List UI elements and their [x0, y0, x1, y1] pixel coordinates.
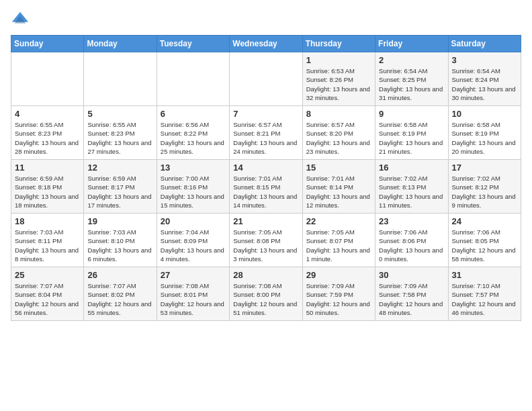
calendar-cell: 29Sunrise: 7:09 AM Sunset: 7:59 PM Dayli…: [302, 267, 375, 321]
day-info: Sunrise: 6:54 AM Sunset: 8:25 PM Dayligh…: [379, 66, 444, 102]
day-info: Sunrise: 7:03 AM Sunset: 8:10 PM Dayligh…: [87, 228, 152, 263]
calendar-cell: 14Sunrise: 7:01 AM Sunset: 8:15 PM Dayli…: [230, 160, 302, 214]
weekday-header-wednesday: Wednesday: [230, 36, 302, 52]
day-number: 7: [233, 109, 298, 119]
day-info: Sunrise: 6:57 AM Sunset: 8:21 PM Dayligh…: [233, 120, 298, 156]
day-number: 16: [379, 163, 444, 173]
day-info: Sunrise: 7:05 AM Sunset: 8:07 PM Dayligh…: [306, 228, 371, 263]
day-info: Sunrise: 7:03 AM Sunset: 8:11 PM Dayligh…: [15, 228, 80, 263]
calendar-cell: 27Sunrise: 7:08 AM Sunset: 8:01 PM Dayli…: [157, 267, 229, 321]
day-info: Sunrise: 6:59 AM Sunset: 8:17 PM Dayligh…: [87, 174, 152, 210]
day-number: 28: [233, 270, 298, 280]
calendar-cell: 12Sunrise: 6:59 AM Sunset: 8:17 PM Dayli…: [84, 160, 157, 214]
calendar-cell: 13Sunrise: 7:00 AM Sunset: 8:16 PM Dayli…: [157, 160, 229, 214]
calendar-cell: 25Sunrise: 7:07 AM Sunset: 8:04 PM Dayli…: [11, 267, 84, 321]
calendar-table: SundayMondayTuesdayWednesdayThursdayFrid…: [11, 35, 521, 321]
calendar-cell: 8Sunrise: 6:57 AM Sunset: 8:20 PM Daylig…: [302, 106, 375, 160]
calendar-cell: 18Sunrise: 7:03 AM Sunset: 8:11 PM Dayli…: [11, 214, 84, 267]
calendar-cell: [230, 52, 302, 106]
calendar-cell: 24Sunrise: 7:06 AM Sunset: 8:05 PM Dayli…: [448, 214, 521, 267]
day-info: Sunrise: 6:54 AM Sunset: 8:24 PM Dayligh…: [452, 66, 517, 102]
calendar-cell: 30Sunrise: 7:09 AM Sunset: 7:58 PM Dayli…: [375, 267, 448, 321]
day-info: Sunrise: 7:09 AM Sunset: 7:58 PM Dayligh…: [379, 281, 444, 317]
calendar-cell: [157, 52, 229, 106]
day-info: Sunrise: 7:00 AM Sunset: 8:16 PM Dayligh…: [161, 174, 226, 210]
calendar-cell: [11, 52, 84, 106]
day-number: 14: [233, 163, 298, 173]
day-info: Sunrise: 6:59 AM Sunset: 8:18 PM Dayligh…: [15, 174, 80, 210]
day-number: 12: [87, 163, 152, 173]
weekday-header-saturday: Saturday: [448, 36, 521, 52]
day-number: 1: [306, 55, 371, 65]
calendar-cell: 17Sunrise: 7:02 AM Sunset: 8:12 PM Dayli…: [448, 160, 521, 214]
day-number: 27: [161, 270, 226, 280]
day-number: 19: [87, 216, 152, 226]
calendar-cell: 1Sunrise: 6:53 AM Sunset: 8:26 PM Daylig…: [302, 52, 375, 106]
day-number: 10: [452, 109, 517, 119]
calendar-cell: 21Sunrise: 7:05 AM Sunset: 8:08 PM Dayli…: [230, 214, 302, 267]
calendar-cell: 31Sunrise: 7:10 AM Sunset: 7:57 PM Dayli…: [448, 267, 521, 321]
calendar-cell: 28Sunrise: 7:08 AM Sunset: 8:00 PM Dayli…: [230, 267, 302, 321]
day-number: 9: [379, 109, 444, 119]
weekday-header-friday: Friday: [375, 36, 448, 52]
day-info: Sunrise: 6:53 AM Sunset: 8:26 PM Dayligh…: [306, 66, 371, 102]
calendar-cell: 15Sunrise: 7:01 AM Sunset: 8:14 PM Dayli…: [302, 160, 375, 214]
day-number: 24: [452, 216, 517, 226]
calendar-week-3: 11Sunrise: 6:59 AM Sunset: 8:18 PM Dayli…: [11, 160, 521, 214]
calendar-cell: 23Sunrise: 7:06 AM Sunset: 8:06 PM Dayli…: [375, 214, 448, 267]
weekday-header-row: SundayMondayTuesdayWednesdayThursdayFrid…: [11, 36, 521, 52]
day-number: 30: [379, 270, 444, 280]
calendar-week-1: 1Sunrise: 6:53 AM Sunset: 8:26 PM Daylig…: [11, 52, 521, 106]
day-info: Sunrise: 7:05 AM Sunset: 8:08 PM Dayligh…: [233, 228, 298, 263]
weekday-header-sunday: Sunday: [11, 36, 84, 52]
day-number: 29: [306, 270, 371, 280]
page-header: [11, 11, 521, 30]
calendar-cell: 6Sunrise: 6:56 AM Sunset: 8:22 PM Daylig…: [157, 106, 229, 160]
day-info: Sunrise: 6:56 AM Sunset: 8:22 PM Dayligh…: [161, 120, 226, 156]
calendar-cell: 10Sunrise: 6:58 AM Sunset: 8:19 PM Dayli…: [448, 106, 521, 160]
logo: [11, 11, 32, 30]
day-number: 31: [452, 270, 517, 280]
day-info: Sunrise: 7:08 AM Sunset: 8:00 PM Dayligh…: [233, 281, 298, 317]
day-number: 6: [161, 109, 226, 119]
day-info: Sunrise: 7:01 AM Sunset: 8:15 PM Dayligh…: [233, 174, 298, 210]
calendar-cell: 4Sunrise: 6:55 AM Sunset: 8:23 PM Daylig…: [11, 106, 84, 160]
calendar-cell: 7Sunrise: 6:57 AM Sunset: 8:21 PM Daylig…: [230, 106, 302, 160]
calendar-cell: [84, 52, 157, 106]
day-number: 25: [15, 270, 80, 280]
calendar-cell: 2Sunrise: 6:54 AM Sunset: 8:25 PM Daylig…: [375, 52, 448, 106]
day-info: Sunrise: 7:10 AM Sunset: 7:57 PM Dayligh…: [452, 281, 517, 317]
day-number: 13: [161, 163, 226, 173]
day-number: 20: [161, 216, 226, 226]
day-number: 2: [379, 55, 444, 65]
day-info: Sunrise: 7:07 AM Sunset: 8:04 PM Dayligh…: [15, 281, 80, 317]
day-number: 18: [15, 216, 80, 226]
logo-icon: [11, 11, 30, 30]
calendar-week-5: 25Sunrise: 7:07 AM Sunset: 8:04 PM Dayli…: [11, 267, 521, 321]
day-info: Sunrise: 7:02 AM Sunset: 8:13 PM Dayligh…: [379, 174, 444, 210]
day-number: 26: [87, 270, 152, 280]
day-info: Sunrise: 7:09 AM Sunset: 7:59 PM Dayligh…: [306, 281, 371, 317]
day-info: Sunrise: 6:57 AM Sunset: 8:20 PM Dayligh…: [306, 120, 371, 156]
calendar-cell: 5Sunrise: 6:55 AM Sunset: 8:23 PM Daylig…: [84, 106, 157, 160]
weekday-header-monday: Monday: [84, 36, 157, 52]
calendar-cell: 20Sunrise: 7:04 AM Sunset: 8:09 PM Dayli…: [157, 214, 229, 267]
day-number: 15: [306, 163, 371, 173]
day-number: 23: [379, 216, 444, 226]
day-number: 4: [15, 109, 80, 119]
day-info: Sunrise: 7:06 AM Sunset: 8:06 PM Dayligh…: [379, 228, 444, 263]
day-info: Sunrise: 7:04 AM Sunset: 8:09 PM Dayligh…: [161, 228, 226, 263]
calendar-cell: 26Sunrise: 7:07 AM Sunset: 8:02 PM Dayli…: [84, 267, 157, 321]
day-number: 11: [15, 163, 80, 173]
day-info: Sunrise: 6:55 AM Sunset: 8:23 PM Dayligh…: [87, 120, 152, 156]
calendar-cell: 11Sunrise: 6:59 AM Sunset: 8:18 PM Dayli…: [11, 160, 84, 214]
calendar-cell: 16Sunrise: 7:02 AM Sunset: 8:13 PM Dayli…: [375, 160, 448, 214]
weekday-header-thursday: Thursday: [302, 36, 375, 52]
calendar-cell: 3Sunrise: 6:54 AM Sunset: 8:24 PM Daylig…: [448, 52, 521, 106]
day-number: 22: [306, 216, 371, 226]
day-number: 17: [452, 163, 517, 173]
day-number: 5: [87, 109, 152, 119]
day-info: Sunrise: 7:07 AM Sunset: 8:02 PM Dayligh…: [87, 281, 152, 317]
calendar-cell: 19Sunrise: 7:03 AM Sunset: 8:10 PM Dayli…: [84, 214, 157, 267]
day-info: Sunrise: 7:01 AM Sunset: 8:14 PM Dayligh…: [306, 174, 371, 210]
